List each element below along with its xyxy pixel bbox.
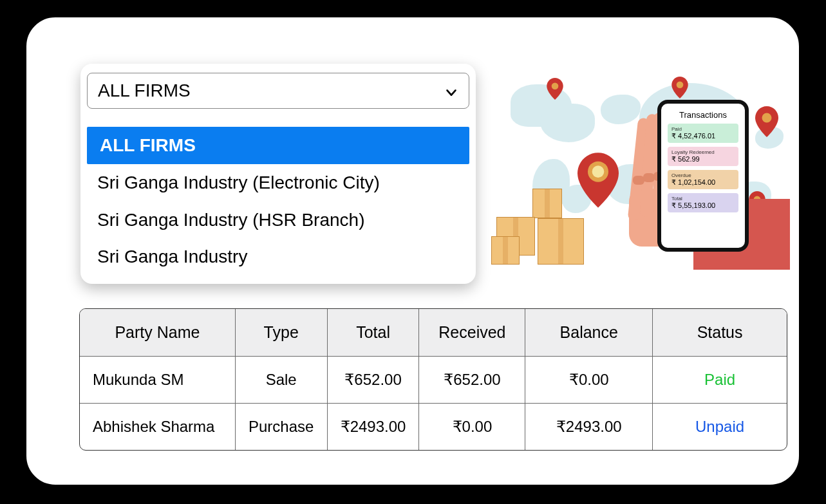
- table-row[interactable]: Abhishek Sharma Purchase ₹2493.00 ₹0.00 …: [80, 404, 787, 451]
- cell-status: Paid: [653, 357, 787, 404]
- firm-dropdown-panel: ALL FIRMS ALL FIRMS Sri Ganga Industry (…: [80, 64, 476, 284]
- firm-option[interactable]: Sri Ganga Industry: [87, 238, 469, 275]
- chevron-down-icon: [444, 84, 458, 98]
- col-balance: Balance: [525, 309, 653, 357]
- firm-dropdown-list: ALL FIRMS Sri Ganga Industry (Electronic…: [87, 127, 469, 275]
- transactions-table: Party Name Type Total Received Balance S…: [79, 308, 787, 451]
- main-card: ALL FIRMS ALL FIRMS Sri Ganga Industry (…: [24, 15, 801, 487]
- table-row[interactable]: Mukunda SM Sale ₹652.00 ₹652.00 ₹0.00 Pa…: [80, 357, 787, 404]
- firm-option[interactable]: ALL FIRMS: [87, 127, 469, 164]
- firm-option[interactable]: Sri Ganga Industry (HSR Branch): [87, 201, 469, 239]
- map-pin-icon: [547, 78, 563, 100]
- map-pin-icon: [671, 77, 688, 98]
- cell-received: ₹0.00: [419, 404, 525, 451]
- phone-stat-overdue: Overdue ₹ 1,02,154.00: [668, 170, 738, 189]
- svg-point-0: [552, 82, 559, 89]
- col-total: Total: [327, 309, 419, 357]
- svg-point-5: [592, 165, 605, 178]
- cell-type: Purchase: [235, 404, 327, 451]
- cell-total: ₹2493.00: [327, 404, 419, 451]
- cell-type: Sale: [235, 357, 327, 404]
- packages-icon: [491, 189, 601, 272]
- cell-total: ₹652.00: [327, 357, 419, 404]
- svg-point-1: [677, 81, 684, 88]
- col-party: Party Name: [80, 309, 236, 357]
- phone-mock: Transactions Paid ₹ 4,52,476.01 Loyalty …: [657, 100, 749, 252]
- phone-title: Transactions: [668, 110, 738, 120]
- firm-option[interactable]: Sri Ganga Industry (Electronic City): [87, 164, 469, 201]
- firm-dropdown-toggle[interactable]: ALL FIRMS: [87, 73, 469, 109]
- cell-status: Unpaid: [653, 404, 787, 451]
- table-header-row: Party Name Type Total Received Balance S…: [80, 309, 787, 357]
- world-transactions-illustration: Transactions Paid ₹ 4,52,476.01 Loyalty …: [517, 82, 787, 268]
- cell-received: ₹652.00: [419, 357, 525, 404]
- cell-party: Abhishek Sharma: [80, 404, 236, 451]
- cell-balance: ₹2493.00: [525, 404, 653, 451]
- col-type: Type: [235, 309, 327, 357]
- phone-stat-paid: Paid ₹ 4,52,476.01: [668, 124, 738, 143]
- firm-dropdown-selected: ALL FIRMS: [98, 80, 191, 101]
- phone-stat-total: Total ₹ 5,55,193.00: [668, 193, 738, 212]
- cell-balance: ₹0.00: [525, 357, 653, 404]
- col-received: Received: [419, 309, 525, 357]
- hand-phone-icon: Transactions Paid ₹ 4,52,476.01 Loyalty …: [621, 105, 789, 272]
- phone-stat-loyalty: Loyalty Redeemed ₹ 562.99: [668, 147, 738, 166]
- col-status: Status: [653, 309, 787, 357]
- cell-party: Mukunda SM: [80, 357, 236, 404]
